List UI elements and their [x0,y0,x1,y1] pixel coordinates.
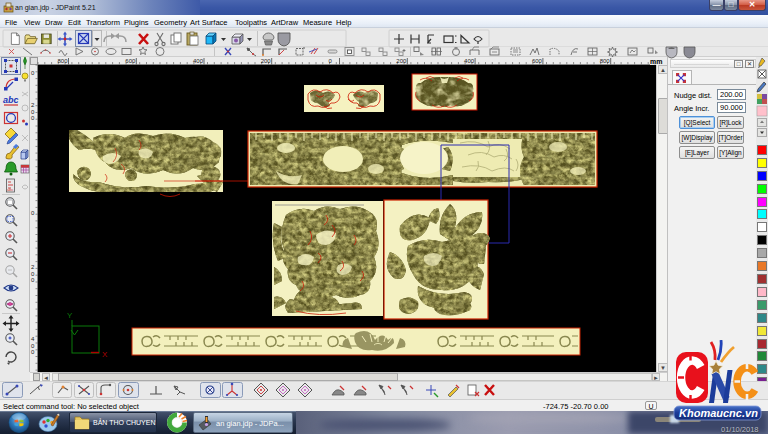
svg-text:Y: Y [67,311,73,320]
svg-text:Khomaucnc.vn: Khomaucnc.vn [679,407,758,419]
svg-text:X: X [102,350,108,359]
